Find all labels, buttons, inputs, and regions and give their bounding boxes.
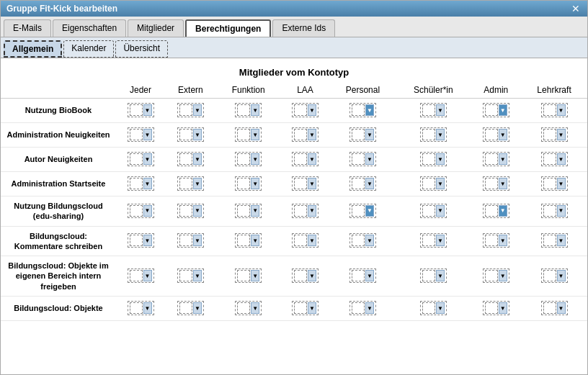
dropdown-arrow-icon[interactable]: ▼ (251, 104, 259, 116)
dropdown-arrow-icon[interactable]: ▼ (143, 270, 152, 281)
dropdown-widget[interactable]: ▼ (420, 268, 447, 283)
dropdown-arrow-icon[interactable]: ▼ (557, 235, 566, 246)
cell-1-6[interactable]: ▼ (471, 123, 521, 148)
cell-7-3[interactable]: ▼ (280, 297, 329, 321)
cell-1-3[interactable]: ▼ (280, 123, 329, 148)
cell-7-6[interactable]: ▼ (471, 297, 521, 321)
dropdown-arrow-icon[interactable]: ▼ (308, 104, 316, 116)
cell-4-7[interactable]: ▼ (521, 196, 587, 227)
dropdown-arrow-icon[interactable]: ▼ (251, 302, 259, 314)
cell-0-6[interactable]: ▼ (471, 99, 521, 123)
dropdown-arrow-icon[interactable]: ▼ (308, 129, 316, 140)
dropdown-widget[interactable]: ▼ (541, 152, 568, 166)
dropdown-widget[interactable]: ▼ (420, 176, 447, 191)
cell-6-0[interactable]: ▼ (116, 256, 165, 297)
dropdown-arrow-icon[interactable]: ▼ (557, 129, 566, 140)
tab-emails[interactable]: E-Mails (4, 19, 51, 37)
dropdown-arrow-icon[interactable]: ▼ (557, 153, 566, 165)
dropdown-widget[interactable]: ▼ (235, 204, 262, 218)
cell-0-4[interactable]: ▼ (329, 99, 396, 123)
cell-1-1[interactable]: ▼ (165, 123, 216, 148)
tab-berechtigungen[interactable]: Berechtigungen (185, 19, 271, 37)
cell-6-6[interactable]: ▼ (471, 256, 521, 297)
dropdown-arrow-icon[interactable]: ▼ (251, 178, 259, 189)
dropdown-widget[interactable]: ▼ (177, 176, 204, 191)
dropdown-arrow-icon[interactable]: ▼ (193, 153, 202, 165)
dropdown-widget[interactable]: ▼ (177, 127, 204, 142)
cell-2-2[interactable]: ▼ (216, 148, 281, 172)
dropdown-arrow-icon[interactable]: ▼ (308, 205, 316, 217)
dropdown-arrow-icon[interactable]: ▼ (436, 104, 445, 116)
cell-2-7[interactable]: ▼ (521, 148, 587, 172)
dropdown-arrow-icon[interactable]: ▼ (436, 153, 445, 165)
dropdown-widget[interactable]: ▼ (349, 152, 376, 166)
dropdown-widget[interactable]: ▼ (541, 233, 568, 248)
dropdown-arrow-icon[interactable]: ▼ (499, 235, 507, 246)
dropdown-widget[interactable]: ▼ (292, 127, 318, 142)
dropdown-arrow-icon[interactable]: ▼ (143, 104, 152, 116)
cell-4-2[interactable]: ▼ (216, 196, 281, 227)
dropdown-arrow-icon[interactable]: ▼ (499, 178, 507, 189)
cell-3-4[interactable]: ▼ (329, 172, 396, 196)
dropdown-widget[interactable]: ▼ (483, 176, 509, 191)
cell-0-3[interactable]: ▼ (280, 99, 329, 123)
dropdown-arrow-icon[interactable]: ▼ (251, 129, 259, 140)
cell-3-3[interactable]: ▼ (280, 172, 329, 196)
dropdown-arrow-icon[interactable]: ▼ (193, 270, 202, 281)
cell-5-0[interactable]: ▼ (116, 226, 165, 256)
tab-allgemein[interactable]: Allgemein (4, 40, 62, 58)
dropdown-arrow-icon[interactable]: ▼ (436, 205, 445, 217)
dropdown-arrow-icon[interactable]: ▼ (251, 235, 259, 246)
cell-7-5[interactable]: ▼ (396, 297, 471, 321)
dropdown-widget[interactable]: ▼ (235, 176, 262, 191)
dropdown-arrow-icon[interactable]: ▼ (308, 235, 316, 246)
cell-0-7[interactable]: ▼ (521, 99, 587, 123)
dropdown-arrow-icon[interactable]: ▼ (193, 205, 202, 217)
dropdown-arrow-icon[interactable]: ▼ (365, 153, 374, 165)
dropdown-arrow-icon[interactable]: ▼ (436, 178, 445, 189)
dropdown-widget[interactable]: ▼ (292, 301, 318, 315)
dropdown-arrow-icon[interactable]: ▼ (251, 205, 259, 217)
dropdown-widget[interactable]: ▼ (420, 152, 447, 166)
cell-5-6[interactable]: ▼ (471, 226, 521, 256)
dropdown-widget[interactable]: ▼ (483, 204, 509, 218)
cell-0-0[interactable]: ▼ (116, 99, 165, 123)
cell-2-0[interactable]: ▼ (116, 148, 165, 172)
cell-3-5[interactable]: ▼ (396, 172, 471, 196)
cell-4-6[interactable]: ▼ (471, 196, 521, 227)
dropdown-widget[interactable]: ▼ (420, 204, 447, 218)
dropdown-arrow-icon[interactable]: ▼ (557, 205, 566, 217)
cell-6-2[interactable]: ▼ (216, 256, 281, 297)
cell-3-7[interactable]: ▼ (521, 172, 587, 196)
dropdown-widget[interactable]: ▼ (235, 301, 262, 315)
cell-5-4[interactable]: ▼ (329, 226, 396, 256)
cell-3-1[interactable]: ▼ (165, 172, 216, 196)
cell-6-4[interactable]: ▼ (329, 256, 396, 297)
dropdown-arrow-icon[interactable]: ▼ (365, 104, 374, 116)
dropdown-widget[interactable]: ▼ (128, 204, 154, 218)
cell-4-4[interactable]: ▼ (329, 196, 396, 227)
dropdown-arrow-icon[interactable]: ▼ (499, 270, 507, 281)
tab-externe-ids[interactable]: Externe Ids (272, 19, 335, 37)
cell-6-5[interactable]: ▼ (396, 256, 471, 297)
dropdown-arrow-icon[interactable]: ▼ (143, 129, 152, 140)
cell-0-1[interactable]: ▼ (165, 99, 216, 123)
dropdown-widget[interactable]: ▼ (235, 152, 262, 166)
dropdown-widget[interactable]: ▼ (292, 204, 318, 218)
dropdown-widget[interactable]: ▼ (235, 127, 262, 142)
dropdown-widget[interactable]: ▼ (483, 301, 509, 315)
dropdown-widget[interactable]: ▼ (128, 103, 154, 117)
cell-2-4[interactable]: ▼ (329, 148, 396, 172)
dropdown-widget[interactable]: ▼ (128, 233, 154, 248)
dropdown-arrow-icon[interactable]: ▼ (193, 129, 202, 140)
dropdown-arrow-icon[interactable]: ▼ (251, 270, 259, 281)
cell-1-5[interactable]: ▼ (396, 123, 471, 148)
dropdown-widget[interactable]: ▼ (349, 176, 376, 191)
cell-6-7[interactable]: ▼ (521, 256, 587, 297)
cell-7-7[interactable]: ▼ (521, 297, 587, 321)
close-button[interactable]: ✕ (570, 4, 582, 14)
dropdown-widget[interactable]: ▼ (349, 301, 376, 315)
dropdown-arrow-icon[interactable]: ▼ (557, 178, 566, 189)
dropdown-arrow-icon[interactable]: ▼ (499, 205, 507, 217)
dropdown-widget[interactable]: ▼ (177, 268, 204, 283)
